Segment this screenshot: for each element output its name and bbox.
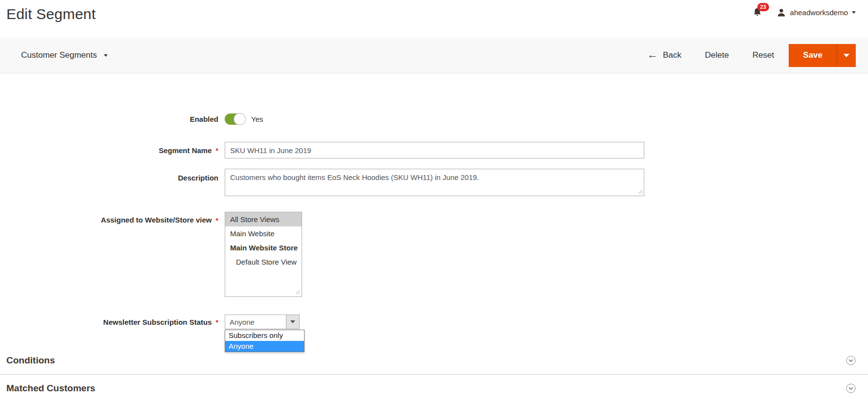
expand-conditions-button[interactable] — [846, 356, 856, 365]
matched-customers-title: Matched Customers — [6, 383, 95, 394]
user-menu[interactable]: aheadworksdemo — [776, 8, 856, 18]
page-header: Edit Segment 23 aheadworksdemo — [0, 0, 868, 38]
newsletter-label: Newsletter Subscription Status — [103, 318, 212, 326]
store-view-option-default-store-view[interactable]: Default Store View — [225, 255, 302, 269]
newsletter-selected-value: Anyone — [225, 318, 255, 326]
segment-name-input[interactable] — [225, 142, 644, 158]
toolbar-actions: ← Back Delete Reset Save — [647, 44, 856, 67]
reset-button[interactable]: Reset — [752, 50, 774, 60]
matched-customers-section-header[interactable]: Matched Customers — [0, 374, 868, 402]
segment-name-label: Segment Name — [159, 146, 211, 155]
store-view-label: Assigned to Website/Store view — [101, 216, 211, 224]
username: aheadworksdemo — [790, 8, 848, 17]
description-field-row: Description Customers who bought items E… — [0, 169, 868, 196]
save-split-button: Save — [789, 44, 856, 67]
back-label: Back — [663, 50, 681, 60]
arrow-left-icon: ← — [647, 49, 658, 60]
store-view-option-main-website-store[interactable]: Main Website Store — [225, 241, 302, 255]
resize-handle-icon[interactable] — [295, 290, 300, 294]
description-control: Customers who bought items EoS Neck Hood… — [225, 169, 644, 196]
chevron-down-icon — [104, 54, 108, 57]
save-options-button[interactable] — [837, 44, 856, 67]
enabled-value: Yes — [251, 115, 263, 123]
required-asterisk: * — [216, 147, 218, 155]
segment-name-control — [225, 142, 644, 158]
enabled-label: Enabled — [190, 115, 218, 123]
store-view-option-main-website[interactable]: Main Website — [225, 226, 302, 241]
enabled-control: Yes — [225, 113, 263, 125]
toggle-knob — [234, 113, 246, 125]
expand-matched-customers-button[interactable] — [846, 383, 856, 393]
chevron-down-icon — [290, 320, 295, 323]
newsletter-dropdown: Subscribers only Anyone — [225, 330, 305, 352]
save-button[interactable]: Save — [789, 44, 837, 67]
resize-handle-icon[interactable] — [638, 189, 643, 194]
scope-label: Customer Segments — [21, 50, 97, 60]
notification-badge: 23 — [757, 3, 769, 11]
newsletter-control: Anyone Subscribers only Anyone — [225, 314, 300, 329]
description-label-cell: Description — [0, 169, 218, 196]
store-view-field-row: Assigned to Website/Store view * All Sto… — [0, 212, 868, 297]
newsletter-select[interactable]: Anyone — [225, 314, 300, 329]
conditions-title: Conditions — [6, 355, 55, 366]
edit-segment-page: Edit Segment 23 aheadworksdemo Custo — [0, 0, 868, 402]
newsletter-option-subscribers-only[interactable]: Subscribers only — [225, 330, 304, 341]
enabled-label-cell: Enabled — [0, 113, 218, 125]
chevron-down-circle-icon — [846, 356, 856, 365]
conditions-section-header[interactable]: Conditions — [0, 347, 868, 374]
select-arrow-button[interactable] — [286, 315, 299, 329]
required-asterisk: * — [216, 318, 218, 326]
store-view-label-cell: Assigned to Website/Store view * — [0, 212, 218, 297]
segment-name-label-cell: Segment Name * — [0, 142, 218, 158]
store-view-multiselect[interactable]: All Store Views Main Website Main Websit… — [225, 212, 302, 297]
chevron-down-circle-icon — [846, 383, 856, 393]
header-right: 23 aheadworksdemo — [752, 7, 856, 18]
user-icon — [776, 8, 786, 18]
scope-selector[interactable]: Customer Segments — [21, 50, 108, 60]
segment-name-field-row: Segment Name * — [0, 142, 868, 158]
edit-segment-form: Enabled Yes Segment Name * Description C… — [0, 73, 868, 329]
back-button[interactable]: ← Back — [647, 50, 681, 60]
required-asterisk: * — [216, 217, 218, 224]
enabled-field-row: Enabled Yes — [0, 113, 868, 125]
newsletter-field-row: Newsletter Subscription Status * Anyone … — [0, 314, 868, 329]
delete-button[interactable]: Delete — [705, 50, 729, 60]
description-label: Description — [178, 174, 218, 182]
enabled-toggle[interactable] — [225, 113, 245, 125]
newsletter-label-cell: Newsletter Subscription Status * — [0, 314, 218, 329]
chevron-down-icon — [844, 54, 849, 57]
page-actions-toolbar: Customer Segments ← Back Delete Reset Sa… — [0, 38, 868, 73]
chevron-down-icon — [852, 11, 856, 14]
newsletter-option-anyone[interactable]: Anyone — [225, 341, 304, 352]
notifications-button[interactable]: 23 — [752, 7, 763, 18]
description-textarea[interactable]: Customers who bought items EoS Neck Hood… — [225, 169, 644, 196]
page-title: Edit Segment — [6, 6, 96, 22]
store-view-control: All Store Views Main Website Main Websit… — [225, 212, 302, 297]
store-view-option-all[interactable]: All Store Views — [225, 212, 302, 226]
